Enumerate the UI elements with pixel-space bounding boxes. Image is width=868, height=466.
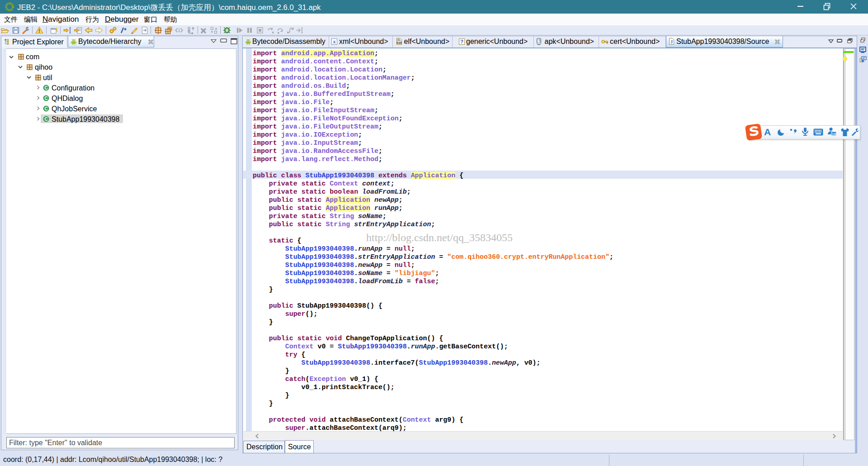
svg-text:19: 19: [832, 132, 836, 136]
svg-text:?: ?: [460, 39, 463, 44]
svg-text:C: C: [44, 96, 47, 101]
svg-text:C: C: [44, 86, 47, 90]
svg-text:X: X: [333, 40, 335, 44]
svg-text:C: C: [44, 106, 47, 111]
svg-text:C: C: [44, 117, 47, 122]
svg-text:J: J: [670, 39, 673, 44]
svg-text:010: 010: [397, 41, 402, 44]
